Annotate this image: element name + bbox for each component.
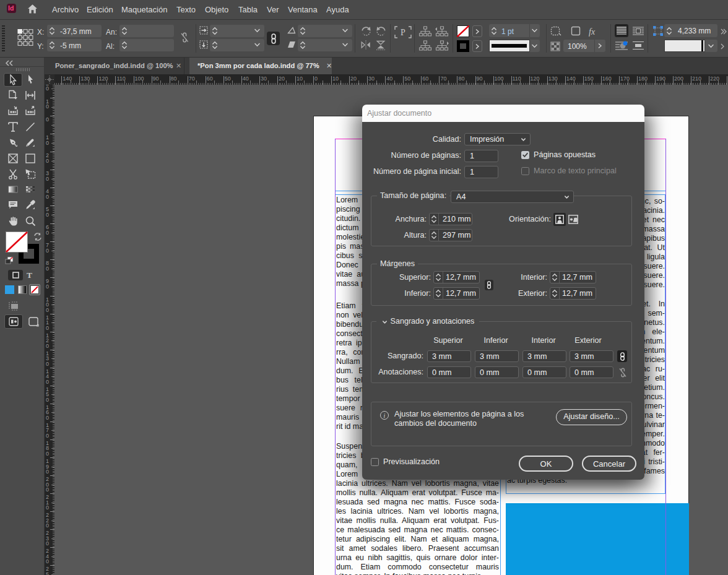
svg-text:P: P [401,28,405,37]
